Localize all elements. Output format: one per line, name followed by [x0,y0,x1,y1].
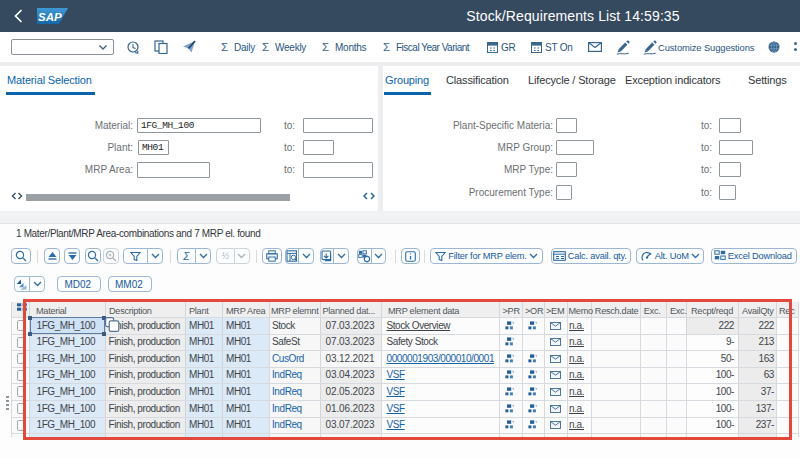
svg-text:SAP: SAP [38,11,62,23]
